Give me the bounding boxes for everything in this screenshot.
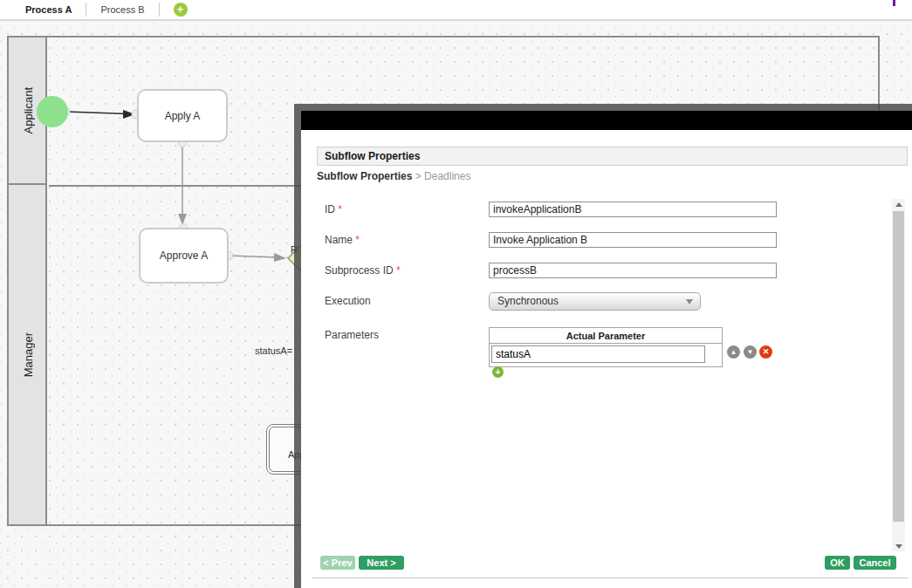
scrollbar-down-arrow[interactable] — [892, 541, 905, 551]
next-button[interactable]: Next > — [359, 556, 404, 570]
chevron-down-icon — [686, 299, 693, 304]
execution-label: Execution — [325, 295, 371, 307]
cancel-button[interactable]: Cancel — [854, 556, 896, 570]
task-approve-a-label: Approve A — [160, 250, 208, 262]
prev-button[interactable]: < Prev — [320, 556, 355, 570]
subprocess-id-label: Subprocess ID * — [325, 264, 401, 277]
tab-separator — [159, 3, 160, 17]
ok-button[interactable]: OK — [825, 556, 850, 570]
execution-dropdown[interactable]: Synchronous — [489, 292, 701, 311]
parameters-table: Actual Parameter — [489, 327, 723, 367]
dialog-bottom-border — [312, 578, 908, 578]
parameters-table-header: Actual Parameter — [490, 328, 722, 344]
add-process-icon[interactable]: + — [174, 3, 188, 17]
parameters-label: Parameters — [325, 329, 379, 341]
tab-process-a[interactable]: Process A — [11, 4, 86, 15]
start-event-circle[interactable] — [37, 96, 68, 127]
add-parameter-icon[interactable]: + — [492, 366, 504, 378]
delete-parameter-icon[interactable]: ✕ — [759, 345, 772, 359]
process-tab-bar: Process A Process B + — [0, 0, 912, 21]
dialog-title-bar[interactable] — [301, 111, 912, 130]
name-field[interactable] — [489, 232, 777, 248]
subflow-properties-dialog: Subflow Properties Subflow Properties > … — [301, 111, 912, 588]
lane-manager-label: Manager — [22, 332, 35, 377]
breadcrumb-separator: > — [415, 170, 422, 182]
scrollbar-thumb[interactable] — [893, 211, 904, 522]
subprocess-id-field[interactable] — [489, 263, 777, 278]
id-label: ID * — [325, 203, 342, 215]
scrollbar-up-arrow[interactable] — [892, 199, 905, 209]
lane-manager[interactable]: Manager — [9, 185, 47, 524]
id-label-text: ID — [325, 203, 335, 215]
task-apply-a[interactable]: Apply A — [137, 89, 228, 142]
browser-artifact-mark — [893, 0, 895, 6]
tab-process-b[interactable]: Process B — [86, 4, 158, 15]
parameter-input[interactable] — [491, 345, 705, 363]
breadcrumb-next-page[interactable]: Deadlines — [424, 170, 470, 182]
breadcrumb: Subflow Properties > Deadlines — [317, 170, 470, 182]
required-asterisk: * — [338, 203, 342, 215]
required-asterisk: * — [396, 264, 401, 277]
name-label: Name * — [325, 234, 360, 246]
lane-applicant-label: Applicant — [22, 87, 35, 133]
execution-dropdown-value: Synchronous — [497, 295, 559, 307]
move-down-icon[interactable]: ▼ — [744, 345, 757, 359]
dialog-header: Subflow Properties — [317, 147, 908, 166]
name-label-text: Name — [325, 234, 353, 246]
breadcrumb-current: Subflow Properties — [317, 170, 412, 182]
task-approve-a[interactable]: Approve A — [139, 228, 229, 284]
id-field[interactable] — [489, 202, 777, 217]
dialog-scrollbar[interactable] — [892, 199, 905, 551]
required-asterisk: * — [355, 234, 360, 246]
move-up-icon[interactable]: ▲ — [727, 345, 740, 359]
parameter-row — [490, 344, 722, 366]
task-apply-a-label: Apply A — [165, 110, 201, 122]
dialog-body: Subflow Properties Subflow Properties > … — [301, 130, 912, 588]
subprocess-id-label-text: Subprocess ID — [325, 264, 394, 277]
